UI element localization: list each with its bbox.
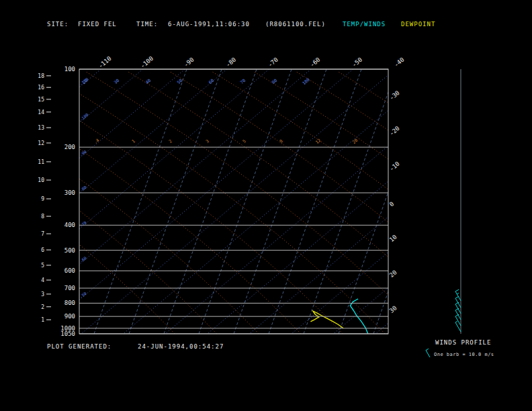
isotherm-top-label: -40 — [393, 56, 406, 68]
pressure-tick-label: 100 — [64, 66, 75, 73]
height-tick-label: 9 — [41, 196, 44, 202]
isotherm-top-label: -80 — [224, 56, 237, 68]
mixing-ratio-label: 5 — [242, 138, 247, 144]
isotherm-top-label: -100 — [139, 55, 154, 70]
isotherm-right-label: 20 — [388, 269, 398, 279]
moist-adiabat-label: 60 — [208, 78, 215, 85]
mixing-ratio-label: 8 — [279, 138, 284, 144]
isotherm-left-label: -80 — [79, 185, 87, 193]
isotherm-top-label: -90 — [183, 56, 195, 68]
height-tick-label: 2 — [41, 304, 44, 310]
file-id: (R8061100.FEL) — [265, 21, 326, 28]
height-tick-label: 13 — [38, 125, 44, 131]
pressure-tick-label: 800 — [64, 300, 75, 306]
mixing-ratio-label: 3 — [205, 138, 210, 144]
moist-adiabat-label: 70 — [239, 78, 247, 85]
pressure-tick-label: 400 — [64, 222, 75, 228]
height-tick-label: 11 — [38, 159, 44, 165]
mixing-ratio-label: 12 — [314, 138, 322, 145]
mixing-ratio-label: 2 — [168, 138, 173, 144]
isotherm-top-label: -70 — [267, 56, 279, 68]
height-tick-label: 8 — [41, 214, 44, 220]
pressure-tick-label: 500 — [64, 247, 75, 254]
height-tick-label: 14 — [38, 109, 44, 116]
legend-temp-winds: TEMP/WINDS — [343, 21, 386, 28]
height-tick-label: 1 — [41, 317, 44, 323]
isotherm-top-label: -60 — [309, 56, 322, 68]
time-value: 6-AUG-1991,11:06:30 — [168, 21, 250, 28]
height-tick-label: 10 — [38, 177, 44, 183]
height-tick-label: 5 — [41, 263, 44, 269]
site-label: SITE: — [47, 21, 69, 28]
isotherm-top-label: -110 — [97, 55, 113, 70]
height-tick-label: 4 — [41, 277, 44, 283]
pressure-tick-label: 1050 — [60, 330, 75, 337]
site-value: FIXED FEL — [78, 21, 117, 28]
isotherm-right-label: 0 — [388, 200, 396, 208]
mixing-ratio-label: .4 — [93, 138, 100, 145]
isotherm-right-label: 30 — [388, 304, 398, 314]
pressure-tick-label: 200 — [64, 144, 75, 150]
moist-adiabat-label: 50 — [176, 78, 183, 85]
isotherm-top-label: -50 — [351, 56, 363, 68]
isotherm-right-label: -10 — [388, 161, 401, 173]
pressure-tick-label: 700 — [64, 285, 75, 291]
pressure-tick-label: 300 — [64, 189, 75, 196]
legend-dewpoint: DEWPOINT — [401, 21, 435, 28]
isotherm-left-label: -50 — [79, 291, 87, 300]
moist-adiabat-label: 40 — [144, 78, 152, 85]
height-tick-label: 7 — [41, 231, 44, 237]
mixing-ratio-label: 1 — [131, 138, 136, 144]
isotherm-right-label: -20 — [388, 125, 401, 137]
wind-barb — [455, 321, 461, 332]
height-tick-label: 3 — [41, 291, 44, 298]
time-label: TIME: — [136, 21, 158, 28]
plot-generated-label: PLOT GENERATED: — [47, 343, 112, 350]
isotherm-right-label: -30 — [388, 89, 401, 101]
height-tick-label: 12 — [38, 140, 44, 146]
winds-profile-title: WINDS PROFILE — [435, 339, 491, 346]
height-tick-label: 16 — [38, 85, 44, 91]
isotherm-left-label: -70 — [79, 220, 87, 228]
moist-adiabat-label: 80 — [271, 78, 278, 85]
moist-adiabat-label: 100 — [302, 77, 311, 87]
isotherm-left-label: -90 — [79, 149, 87, 158]
plot-generated-value: 24-JUN-1994,00:54:27 — [138, 343, 224, 350]
pressure-tick-label: 900 — [64, 313, 75, 320]
height-tick-label: 6 — [41, 247, 44, 253]
isotherm-left-label: -100 — [79, 112, 89, 122]
isotherm-right-label: 10 — [388, 234, 398, 244]
height-tick-label: 15 — [38, 97, 44, 103]
height-tick-label: 18 — [38, 73, 44, 79]
legend-wind-barb — [426, 349, 430, 357]
moist-adiabat-label: 30 — [113, 78, 120, 85]
pressure-tick-label: 600 — [64, 267, 75, 274]
skewt-screen: 1002003004005006007008009001000105018161… — [0, 0, 532, 411]
mixing-ratio-label: 20 — [351, 138, 359, 145]
isotherm-left-label: -60 — [79, 255, 87, 264]
winds-barb-legend: One barb = 10.0 m/s — [434, 352, 494, 357]
